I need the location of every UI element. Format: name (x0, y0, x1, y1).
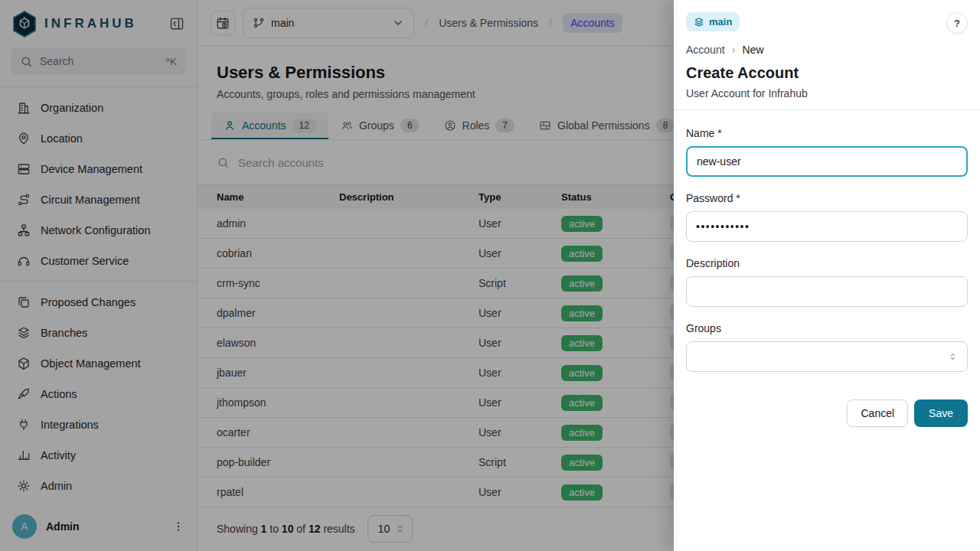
help-button[interactable]: ? (946, 12, 968, 34)
drawer-header: main ? Account › New Create Account User… (674, 0, 980, 110)
create-account-drawer: main ? Account › New Create Account User… (674, 0, 980, 551)
branch-badge-label: main (709, 16, 732, 28)
description-field[interactable] (686, 276, 968, 307)
layers-icon (694, 17, 704, 28)
drawer-breadcrumb: Account › New (686, 43, 968, 56)
name-field-group: Name * (686, 127, 968, 177)
description-field-group: Description (686, 257, 968, 307)
create-account-form: Name * Password * Description Groups (674, 110, 980, 387)
cancel-button[interactable]: Cancel (847, 399, 908, 427)
save-button[interactable]: Save (914, 399, 968, 427)
chevron-right-icon: › (732, 43, 736, 56)
groups-select[interactable] (686, 341, 968, 372)
name-field-label: Name * (686, 127, 968, 139)
password-field[interactable] (686, 211, 968, 242)
drawer-breadcrumb-current: New (743, 44, 764, 56)
groups-field-group: Groups (686, 322, 968, 372)
drawer-subtitle: User Account for Infrahub (686, 87, 968, 99)
drawer-breadcrumb-parent[interactable]: Account (686, 44, 725, 56)
password-field-label: Password * (686, 192, 968, 204)
drawer-overlay[interactable] (0, 0, 674, 551)
description-field-label: Description (686, 257, 968, 269)
app-root: INFRAHUB Search ^K Organization Location (0, 0, 980, 551)
drawer-actions: Cancel Save (674, 387, 980, 427)
name-field[interactable] (686, 146, 968, 177)
password-field-group: Password * (686, 192, 968, 242)
drawer-title: Create Account (686, 64, 968, 82)
caret-up-down-icon (948, 351, 958, 362)
groups-field-label: Groups (686, 322, 968, 334)
branch-badge[interactable]: main (686, 12, 740, 31)
